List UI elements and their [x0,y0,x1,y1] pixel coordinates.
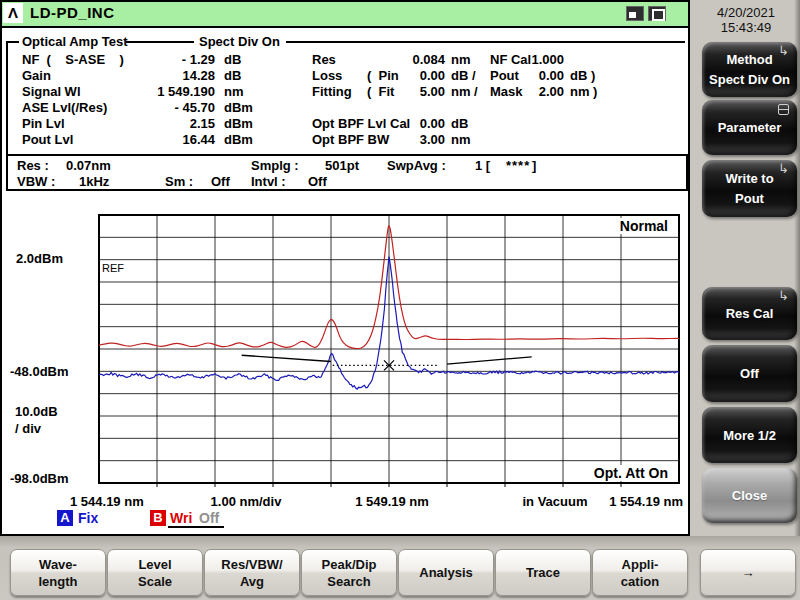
y-axis-bottom-label: -98.0dBm [10,471,69,486]
x-axis-left-label: 1 544.19 nm [70,494,144,509]
fkey-next-menu[interactable]: → [700,549,796,596]
param-value: 14.28 [152,68,215,83]
x-axis-right-label: 1 554.19 nm [609,494,683,509]
res-value: 0.07nm [66,158,111,173]
vbw-value: 1kHz [79,174,109,189]
fkey-label: Avg [240,573,264,590]
fkey-resvbwavg[interactable]: Res/VBW/Avg [204,549,300,596]
softkey-writeto-pout[interactable]: ↳Write toPout [702,160,797,217]
maximize-icon [652,9,665,21]
fkey-label: Trace [526,564,560,581]
spect-div-status: Spect Div On [199,34,280,49]
maximize-button[interactable] [648,6,666,21]
fkey-label: Res/VBW/ [221,556,282,573]
intvl-value: Off [308,174,327,189]
softkey-parameter[interactable]: Parameter [702,100,797,155]
softkey-label: Off [740,366,759,381]
fkey-trace[interactable]: Trace [495,549,591,596]
spectrum-svg [97,213,681,489]
y-axis-div-label: 10.0dB [15,404,58,419]
param-unit-2: nm ) [570,84,597,99]
trace-b-underline [168,526,224,528]
softkey-more12[interactable]: More 1/2 [702,407,797,463]
x-axis-center-label: 1 549.19 nm [344,494,440,509]
param-label: Gain [22,68,51,83]
fkey-analysis[interactable]: Analysis [398,549,494,596]
minimize-button[interactable] [626,6,644,21]
softkey-close[interactable]: Close [702,468,797,523]
fkey-levelscale[interactable]: LevelScale [107,549,203,596]
softkey-rescal[interactable]: ↳Res Cal [702,287,797,340]
swpavg-label: SwpAvg : [387,158,446,173]
fkey-label: Peak/Dip [322,556,377,573]
param-value: 0.084 [397,52,445,67]
param-unit: dB / [451,68,476,83]
header-rule [126,41,194,43]
param-value: 16.44 [152,132,215,147]
softkey-label: Method [726,52,772,67]
softkey-label: More 1/2 [723,428,776,443]
param-label: Opt BPF BW [312,132,389,147]
sm-label: Sm : [165,174,193,189]
trace-b-state: Off [199,510,219,526]
y-axis-div-label2: / div [15,421,41,436]
fkey-label: Analysis [419,564,472,581]
param-label: NF ( S-ASE ) [22,52,124,67]
param-label-2: Pout [490,68,519,83]
param-value-2: 2.00 [516,84,564,99]
softkey-off[interactable]: Off [702,345,797,402]
param-label: Loss [312,68,342,83]
header-rule [7,41,19,43]
jump-arrow-icon: ↳ [778,288,789,303]
param-value: 0.00 [397,116,445,131]
fkey-label: → [742,564,755,581]
param-value: - 1.29 [152,52,215,67]
ref-level-label: REF [100,262,126,274]
param-value: - 45.70 [152,100,215,115]
param-unit: nm [224,84,244,99]
swpavg-stars: **** [506,158,530,173]
amp-test-parameters: NF ( S-ASE )- 1.29dBGain14.28dBSignal Wl… [2,52,692,152]
fkey-wavelength[interactable]: Wave-length [10,549,106,596]
param-label: Pout Lvl [22,132,73,147]
softkey-method-spectdivon[interactable]: ↳MethodSpect Div On [702,42,797,97]
title-bar: Λ LD-PD_INC [2,2,688,28]
param-value: 0.00 [397,68,445,83]
param-unit: nm [451,52,471,67]
trace-b-mode: Wri [170,510,192,526]
res-label: Res : [17,158,49,173]
instrument-screen: Λ LD-PD_INC Optical Amp Test Spect Div O… [0,0,690,536]
intvl-label: Intvl : [251,174,286,189]
date-text: 4/20/2021 [700,5,792,20]
fkey-label: length [39,573,78,590]
param-unit: nm / [451,84,478,99]
softkey-label: Parameter [718,120,782,135]
trace-b-key: B [150,510,166,526]
param-label: Fitting [312,84,352,99]
sweep-info-box: Res : 0.07nm Smplg : 501pt SwpAvg : 1 [ … [6,154,688,191]
param-unit: dBm [224,100,253,115]
fkey-label: Search [327,573,370,590]
spectrum-plot: Normal Opt. Att On REF [97,213,681,489]
param-label: ASE Lvl(/Res) [22,100,107,115]
param-unit: dBm [224,116,253,131]
fkey-application[interactable]: Appli-cation [592,549,688,596]
window-title: LD-PD_INC [30,4,115,21]
analysis-title: Optical Amp Test [22,34,127,49]
fkey-peakdipsearch[interactable]: Peak/DipSearch [301,549,397,596]
param-label: Opt BPF Lvl Cal [312,116,410,131]
softkey-label: Spect Div On [709,72,790,87]
fkey-label: Level [138,556,171,573]
param-value: 5.00 [397,84,445,99]
param-unit: nm [451,132,471,147]
softkey-label: Close [732,488,767,503]
app-logo-icon: Λ [3,3,23,23]
jump-arrow-icon: ↳ [778,43,789,58]
display-mode-label: Normal [617,218,671,234]
param-value-2: 0.00 [516,68,564,83]
datetime-display: 4/20/2021 15:43:49 [700,5,792,35]
param-unit: dB [451,116,468,131]
y-axis-mid-label: -48.0dBm [10,364,69,379]
param-label: Pin Lvl [22,116,65,131]
smplg-value: 501pt [325,158,359,173]
